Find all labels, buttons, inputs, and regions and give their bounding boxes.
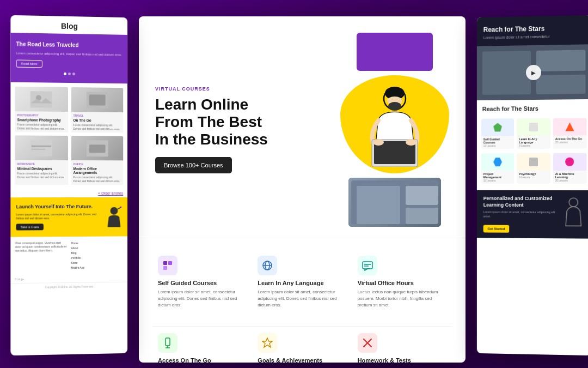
hero-right: ▶ [340, 33, 449, 227]
feature-item: Access On The Go Quisque aliquet velit s… [152, 326, 252, 363]
hero-left: VIRTUAL COURSES Learn Online From The Be… [155, 86, 329, 174]
course-thumbnail [481, 153, 514, 171]
feature-icon-office-hours [358, 256, 377, 275]
svg-point-41 [569, 198, 578, 207]
svg-marker-36 [262, 338, 272, 347]
svg-rect-0 [30, 91, 52, 108]
course-name: Learn In Any Language [519, 137, 548, 144]
blog-read-more-button[interactable]: Read More [16, 60, 42, 68]
course-meta: 12 Lessons [483, 144, 512, 147]
carousel-dot [72, 73, 75, 75]
post-title: Smartphone Photography [17, 118, 66, 123]
list-item[interactable]: Project Management 10 Lessons [481, 153, 514, 184]
feature-title: Self Guided Courses [158, 280, 247, 286]
course-meta: 8 Lessons [519, 144, 548, 147]
cta-body: Lorem ipsum dolor sit amet, consectetur … [16, 213, 102, 221]
right-cta-button[interactable]: Get Started [483, 225, 510, 232]
post-text: Fusce consectetur adipiscing elit. Donec… [73, 123, 121, 131]
older-entries-link[interactable]: « Older Entries [10, 189, 127, 197]
right-panel-video[interactable]: ▶ [477, 44, 588, 100]
right-cta-text: Lorem ipsum dolor sit amet, consectetur … [483, 210, 558, 219]
right-panel-header: Reach for The Stars Lorem ipsum dolor si… [477, 15, 588, 46]
reach-title: Reach for The Stars [482, 105, 586, 112]
footer-text: Vitae consequat augue. Vivamus eget dolo… [15, 241, 68, 271]
svg-rect-38 [482, 51, 531, 95]
blog-footer-content: Vitae consequat augue. Vivamus eget dolo… [10, 236, 127, 275]
post-title: Minimal Deskspaces [17, 167, 66, 171]
svg-rect-4 [30, 140, 52, 156]
list-item[interactable]: Access On The Go 15 Lessons [553, 118, 587, 149]
list-item: Photography Smartphone Photography Fusce… [15, 87, 68, 132]
carousel-dot [64, 73, 66, 75]
post-tag: Workspace [17, 162, 66, 166]
list-item[interactable]: AI & Machine Learning 20 Lessons [553, 153, 587, 184]
list-item[interactable]: Self Guided Courses 12 Lessons [481, 118, 514, 149]
video-thumbnail[interactable]: ▶ [348, 178, 441, 227]
center-panel: VIRTUAL COURSES Learn Online From The Be… [139, 16, 465, 363]
list-item[interactable]: Learn In Any Language 8 Lessons [517, 118, 550, 149]
feature-item: Learn In Any Language Lorem ipsum dolor … [252, 249, 352, 315]
feature-text: Lorem ipsum dolor sit amet, consectetur … [258, 289, 346, 309]
svg-rect-21 [357, 186, 400, 224]
course-thumbnail [481, 118, 514, 136]
post-thumbnail [71, 87, 123, 112]
blog-posts-grid: Photography Smartphone Photography Fusce… [10, 82, 127, 189]
reach-section: Reach for The Stars [477, 99, 588, 119]
features-grid-row2: Access On The Go Quisque aliquet velit s… [139, 326, 465, 363]
course-meta: 15 Lessons [555, 141, 585, 144]
browse-courses-button[interactable]: Browse 100+ Courses [155, 157, 232, 173]
feature-title: Virtual Office Hours [358, 280, 446, 286]
hero-title-line1: Learn Online [155, 96, 248, 113]
feature-title: Access On The Go [158, 357, 247, 363]
svg-rect-8 [89, 144, 106, 153]
right-panel-subtitle: Lorem ipsum dolor sit amet consectetur [483, 34, 585, 39]
course-thumbnail [553, 153, 587, 171]
svg-rect-6 [32, 149, 45, 150]
blog-carousel-dots [16, 72, 122, 76]
post-text: Fusce consectetur adipiscing elit. Donec… [17, 172, 66, 179]
hero-title-line2: From The Best [155, 113, 262, 130]
list-item[interactable]: Psychology 9 Lessons [517, 153, 550, 184]
virtual-courses-label: VIRTUAL COURSES [155, 86, 329, 92]
feature-icon-access [158, 333, 177, 353]
hero-title: Learn Online From The Best In the Busine… [155, 96, 329, 149]
cta-icon [106, 206, 122, 228]
list-item: Workspace Minimal Deskspaces Fusce conse… [15, 136, 68, 185]
footer-nav-item[interactable]: Mobile App [71, 265, 123, 270]
hero-title-line3: In the Business [155, 131, 268, 148]
carousel-dot [68, 73, 71, 75]
svg-point-9 [111, 207, 118, 215]
feature-item: Goals & Achievements Quisque aliquet vel… [252, 326, 352, 363]
course-meta: 9 Lessons [519, 176, 548, 179]
svg-rect-23 [406, 208, 438, 224]
post-tag: Photography [17, 114, 66, 118]
course-name: Access On The Go [555, 137, 585, 140]
course-meta: 20 Lessons [555, 179, 585, 182]
right-cta-title: Personalized and Customized Learning Con… [483, 196, 558, 209]
right-panel-title: Reach for The Stars [483, 24, 585, 33]
feature-title: Homework & Tests [358, 357, 446, 363]
cta-button[interactable]: Take a Class [16, 224, 44, 230]
course-thumbnail [517, 153, 550, 171]
post-tag: Office [73, 162, 121, 166]
feature-item: Self Guided Courses Lorem ipsum dolor si… [152, 249, 252, 315]
course-name: Self Guided Courses [483, 137, 512, 144]
post-thumbnail [71, 136, 123, 160]
purple-accent-box [357, 33, 433, 71]
list-item: Office Modern Office Arrangements Fusce … [71, 136, 123, 185]
course-name: Psychology [519, 172, 548, 176]
feature-text: Lorem ipsum dolor sit amet, consectetur … [158, 289, 247, 309]
feature-icon-self-guided [158, 256, 177, 275]
svg-rect-25 [168, 261, 172, 265]
footer-nav: Home About Blog Portfolio Store Mobile A… [71, 240, 123, 270]
course-meta: 10 Lessons [483, 179, 512, 182]
svg-rect-39 [536, 50, 585, 71]
feature-title: Goals & Achievements [258, 357, 346, 363]
course-name: AI & Machine Learning [555, 172, 585, 179]
svg-rect-22 [406, 186, 438, 205]
course-thumbnail [517, 118, 550, 136]
svg-rect-40 [536, 75, 585, 94]
courses-grid-row2: Project Management 10 Lessons Psychology… [477, 153, 588, 188]
hero-section: VIRTUAL COURSES Learn Online From The Be… [139, 16, 465, 238]
feature-icon-homework [358, 333, 377, 353]
